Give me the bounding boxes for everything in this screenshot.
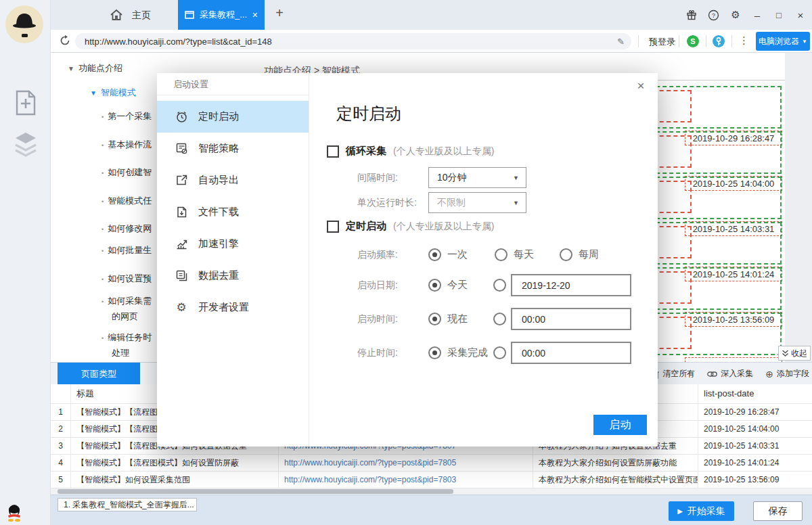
tree-item[interactable]: •如何修改网 [102,223,152,235]
tree-item[interactable]: •第一个采集 [102,110,152,122]
edit-url-icon[interactable]: ✎ [617,37,625,47]
freq-daily-radio[interactable] [495,248,508,261]
menu-item-timed-start[interactable]: 定时启动 [157,101,309,133]
address-bar: http://www.houyicaiji.com/?type=list&cat… [51,30,812,53]
menu-item-dedupe[interactable]: 数据去重 [157,260,309,292]
table-row[interactable]: 5【智能模式】如何设置采集范围http://www.houyicaiji.com… [51,472,812,488]
proxy-icon[interactable]: S [687,35,699,47]
bullet-icon: • [102,298,104,305]
dialog-menu: 启动设置 定时启动 智能策略 [157,73,309,447]
settings-gear-icon[interactable]: ⚙ [729,9,742,21]
freq-weekly-label[interactable]: 每周 [579,248,599,261]
date-today-label[interactable]: 今天 [447,279,468,292]
menu-item-accelerate-engine[interactable]: 加速引擎 [157,228,309,260]
save-button[interactable]: 保存 [753,501,803,521]
menu-item-auto-export[interactable]: 自动导出 [157,164,309,196]
gift-icon[interactable] [686,9,698,20]
tree-item-line2[interactable]: 的网页 [112,311,138,323]
refresh-icon[interactable] [59,35,72,48]
freq-weekly-radio[interactable] [560,248,572,261]
browser-mode-button[interactable]: 电脑浏览器 ▼ [756,32,810,51]
user-avatar[interactable] [5,5,43,43]
start-collect-button[interactable]: ▶ 开始采集 [669,501,734,521]
collapse-button[interactable]: 收起 [778,346,811,361]
new-tab-button[interactable]: + [271,5,288,21]
tree-item[interactable]: •基本操作流 [102,139,152,151]
date-custom-radio[interactable] [493,279,506,292]
bullet-icon: • [102,170,104,177]
tree-item-line2[interactable]: 处理 [112,347,129,359]
duration-row: 单次运行时长: 不限制 ▼ [357,191,526,214]
url-input[interactable]: http://www.houyicaiji.com/?type=list&cat… [75,33,631,49]
timed-start-checkbox[interactable] [327,221,339,233]
freq-once-radio[interactable] [428,248,441,261]
menu-item-developer-settings[interactable]: ⚙ 开发者设置 [157,292,309,323]
loop-collect-checkbox[interactable] [327,145,339,158]
dialog-start-button[interactable]: 启动 [593,415,647,435]
tab-page-type[interactable]: 页面类型 [58,363,140,385]
tree-item[interactable]: •如何设置预 [102,273,152,285]
loop-collect-label: 循环采集 [346,145,386,158]
help-icon[interactable]: ? [708,9,720,21]
timed-start-label: 定时启动 [346,220,386,233]
more-menu-icon[interactable]: ⋮ [739,35,749,47]
home-tab-icon[interactable] [109,7,127,22]
qq-icon[interactable] [7,504,22,522]
stop-custom-radio[interactable] [493,346,506,359]
menu-item-smart-strategy[interactable]: 智能策略 [157,133,309,164]
interval-select[interactable]: 10分钟 ▼ [428,167,526,188]
add-field-button[interactable]: ⊕ 添加字段 [765,368,809,380]
window-close-icon[interactable]: × [794,9,807,21]
login-key-icon[interactable] [713,35,725,47]
home-tab[interactable]: 主页 [132,9,151,22]
time-now-label[interactable]: 现在 [447,313,468,325]
tree-item-features[interactable]: ▼功能点介绍 [68,62,122,74]
tree-item-smart-mode[interactable]: ▼智能模式 [90,87,136,99]
page-tab-icon [185,11,194,19]
task-tab[interactable]: 1. 采集教程_智能模式_全面掌握后... [58,498,197,511]
chevron-down-icon: ▼ [513,175,519,181]
start-date-input[interactable]: 2019-12-20 [511,274,631,296]
new-task-icon[interactable] [0,90,51,116]
table-row[interactable]: 4【智能模式】【流程图模式】如何设置防屏蔽http://www.houyicai… [51,455,812,472]
table-hscrollbar-thumb[interactable] [58,489,453,494]
stop-oncomplete-radio[interactable] [428,346,441,359]
minimize-icon[interactable]: – [751,9,763,21]
app-window: 主页 采集教程_... × + ? [0,0,812,525]
table-hscrollbar-track[interactable] [51,488,812,495]
deep-collect-button[interactable]: 深入采集 [707,368,753,380]
bullet-icon: • [102,198,104,205]
duration-select[interactable]: 不限制 ▼ [428,192,526,213]
tree-item[interactable]: •如何批量生 [102,244,152,256]
active-tab[interactable]: 采集教程_... × [178,0,265,30]
stop-time-input[interactable]: 00:00 [511,342,631,364]
bullet-icon: • [102,276,104,283]
stop-time-row: 停止时间: 采集完成 00:00 [357,342,631,364]
prelogin-button[interactable]: 预登录 [649,36,675,48]
browser-tab-bar: 主页 采集教程_... × + ? [51,0,812,30]
active-tab-label: 采集教程_... [200,9,247,21]
start-time-input[interactable]: 00:00 [511,308,631,330]
dialog-close-icon[interactable]: × [633,78,648,93]
tree-item[interactable]: •如何采集需 [102,295,152,307]
time-custom-radio[interactable] [493,313,506,325]
col-date[interactable]: list-post-date [698,384,812,403]
date-today-radio[interactable] [428,279,441,292]
maximize-icon[interactable]: □ [773,10,785,20]
freq-once-label[interactable]: 一次 [447,248,468,261]
preview-scrollbar-track[interactable] [785,53,812,362]
task-list-icon[interactable] [0,130,51,158]
export-icon [175,174,188,187]
divider [638,35,639,47]
tree-item[interactable]: •智能模式任 [102,195,152,207]
tree-item[interactable]: •编辑任务时 [102,332,152,344]
time-now-radio[interactable] [428,313,441,325]
dialog-title: 定时启动 [336,103,401,124]
stop-oncomplete-label[interactable]: 采集完成 [447,346,488,359]
frequency-label: 启动频率: [357,249,428,261]
interval-row: 间隔时间: 10分钟 ▼ [357,166,526,189]
menu-item-file-download[interactable]: 文件下载 [157,196,309,228]
tree-item[interactable]: •如何创建智 [102,166,152,179]
freq-daily-label[interactable]: 每天 [514,248,534,261]
tab-close-icon[interactable]: × [252,9,258,20]
